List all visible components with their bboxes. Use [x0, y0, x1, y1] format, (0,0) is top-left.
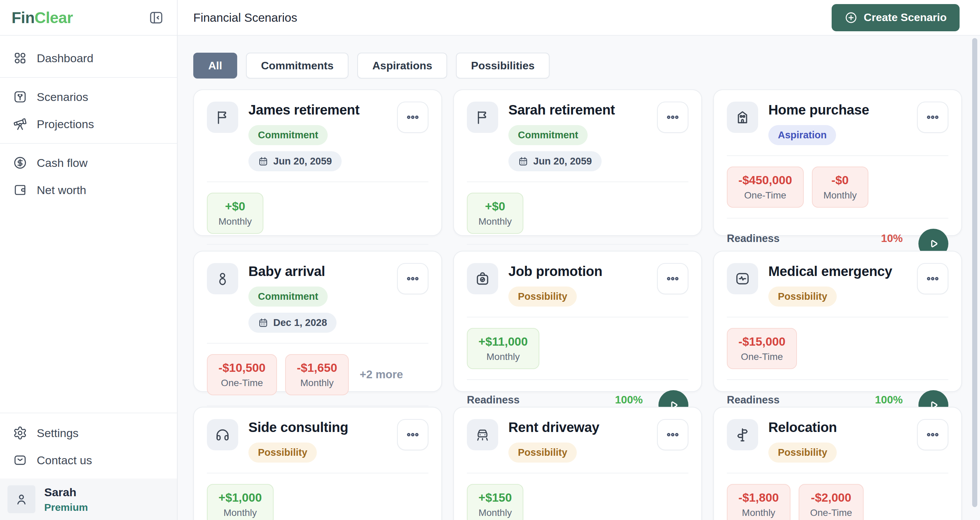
cashflow-icon [13, 156, 27, 170]
filter-tab-commitments[interactable]: Commitments [246, 53, 348, 79]
sidebar-item-label: Cash flow [37, 156, 88, 170]
create-scenario-label: Create Scenario [864, 11, 947, 24]
readiness-row: Readiness 100% [467, 393, 643, 406]
scenario-title: Sarah retirement [508, 102, 657, 117]
badge-row: Possibility [508, 287, 657, 306]
sidebar-header: FinClear [0, 0, 177, 36]
sidebar-collapse-button[interactable] [148, 10, 164, 25]
card-menu-button[interactable] [917, 101, 948, 133]
card-menu-button[interactable] [657, 419, 688, 450]
sidebar-item-dashboard[interactable]: Dashboard [0, 44, 177, 72]
scenario-date: Jun 20, 2059 [533, 156, 592, 167]
divider [467, 317, 688, 317]
card-menu-button[interactable] [397, 263, 428, 294]
sidebar-item-label: Dashboard [37, 52, 93, 65]
scenario-title: Rent driveway [508, 420, 657, 435]
impact-chip: -$10,500 One-Time [207, 354, 277, 395]
sidebar-item-scenarios[interactable]: Scenarios [0, 83, 177, 111]
impact-amount: +$0 [479, 200, 512, 213]
briefcase-icon [474, 271, 491, 287]
sidebar-item-cash-flow[interactable]: Cash flow [0, 149, 177, 176]
scenario-title: Side consulting [248, 420, 397, 435]
headphones-icon [215, 426, 231, 443]
card-title-block: Home purchase Aspiration [768, 101, 917, 145]
user-profile[interactable]: Sarah Premium [0, 479, 177, 520]
divider [207, 244, 428, 245]
card-menu-button[interactable] [397, 101, 428, 133]
card-menu-button[interactable] [657, 101, 688, 133]
filter-tab-all[interactable]: All [193, 53, 237, 79]
scenario-card-medical-emergency[interactable]: Medical emergency Possibility -$15,000 O… [713, 251, 962, 392]
impact-period: Monthly [218, 507, 262, 518]
scenario-icon-tile [467, 419, 498, 450]
scenario-type-badge: Possibility [768, 442, 837, 463]
readiness-percent: 100% [875, 393, 903, 406]
create-scenario-button[interactable]: Create Scenario [832, 4, 959, 31]
scenario-icon-tile [727, 101, 758, 133]
readiness-row: Readiness 100% [727, 393, 903, 406]
user-name: Sarah [44, 486, 88, 499]
scenario-card-home-purchase[interactable]: Home purchase Aspiration -$450,000 One-T… [713, 89, 962, 236]
card-header: Relocation Possibility [727, 419, 948, 463]
filter-tab-aspirations[interactable]: Aspirations [357, 53, 447, 79]
card-title-block: Side consulting Possibility [248, 419, 397, 463]
impact-amount: -$0 [824, 173, 857, 187]
sidebar-footer-nav: Settings Contact us [0, 412, 177, 479]
scenario-card-job-promotion[interactable]: Job promotion Possibility +$11,000 Month… [453, 251, 702, 392]
divider [727, 317, 948, 317]
sidebar-item-projections[interactable]: Projections [0, 111, 177, 138]
divider [467, 181, 688, 182]
divider [207, 473, 428, 474]
card-menu-button[interactable] [657, 263, 688, 294]
scenario-card-james-retirement[interactable]: James retirement Commitment Jun 20, 2059… [193, 89, 442, 236]
divider [207, 343, 428, 344]
impact-period: Monthly [738, 507, 779, 518]
topbar: Financial Scenarios Create Scenario [178, 0, 980, 36]
scenario-card-rent-driveway[interactable]: Rent driveway Possibility +$150 Monthly … [453, 407, 702, 520]
card-menu-button[interactable] [397, 419, 428, 450]
impact-chip: -$2,000 One-Time [799, 484, 864, 520]
sidebar-item-net-worth[interactable]: Net worth [0, 176, 177, 204]
impact-period: Monthly [479, 507, 512, 518]
impact-chips: -$15,000 One-Time [727, 328, 948, 369]
scenario-card-sarah-retirement[interactable]: Sarah retirement Commitment Jun 20, 2059… [453, 89, 702, 236]
card-header: Home purchase Aspiration [727, 101, 948, 145]
scenario-type-badge: Commitment [248, 287, 328, 306]
card-header: Baby arrival Commitment Dec 1, 2028 [207, 263, 428, 333]
settings-icon [13, 426, 27, 440]
scenario-card-side-consulting[interactable]: Side consulting Possibility +$1,000 Mont… [193, 407, 442, 520]
impact-chip: +$0 Monthly [467, 193, 523, 234]
divider [727, 379, 948, 380]
scenario-type-badge: Commitment [508, 125, 588, 145]
scenario-type-badge: Commitment [248, 125, 328, 145]
main-area: Financial Scenarios Create Scenario AllC… [178, 0, 980, 520]
readiness-label: Readiness [467, 394, 520, 406]
scenario-card-relocation[interactable]: Relocation Possibility -$1,800 Monthly -… [713, 407, 962, 520]
scrollbar-thumb[interactable] [972, 38, 977, 507]
impact-chip: -$450,000 One-Time [727, 166, 804, 208]
divider [727, 218, 948, 219]
divider [467, 473, 688, 474]
scenario-type-badge: Possibility [768, 287, 837, 306]
scenario-date-chip: Dec 1, 2028 [248, 313, 337, 333]
play-icon [926, 236, 940, 251]
impact-amount: +$1,000 [218, 491, 262, 504]
impact-amount: -$1,800 [738, 491, 779, 504]
impact-period: Monthly [479, 216, 512, 227]
card-title-block: Sarah retirement Commitment Jun 20, 2059 [508, 101, 657, 171]
logo-clear: Clear [34, 9, 73, 27]
impact-amount: -$450,000 [738, 173, 792, 187]
scenario-icon-tile [467, 263, 498, 294]
card-menu-button[interactable] [917, 263, 948, 294]
filter-tab-possibilities[interactable]: Possibilities [456, 53, 550, 79]
scenario-date: Jun 20, 2059 [273, 156, 332, 167]
ellipsis-icon [405, 110, 420, 125]
impact-amount: -$2,000 [810, 491, 852, 504]
sidebar-item-contact-us[interactable]: Contact us [0, 447, 177, 474]
card-menu-button[interactable] [917, 419, 948, 450]
sidebar-item-settings[interactable]: Settings [0, 419, 177, 447]
app-logo: FinClear [11, 8, 73, 27]
avatar [8, 485, 35, 513]
content: AllCommitmentsAspirationsPossibilities J… [178, 36, 980, 520]
scenario-card-baby-arrival[interactable]: Baby arrival Commitment Dec 1, 2028 -$10… [193, 251, 442, 392]
